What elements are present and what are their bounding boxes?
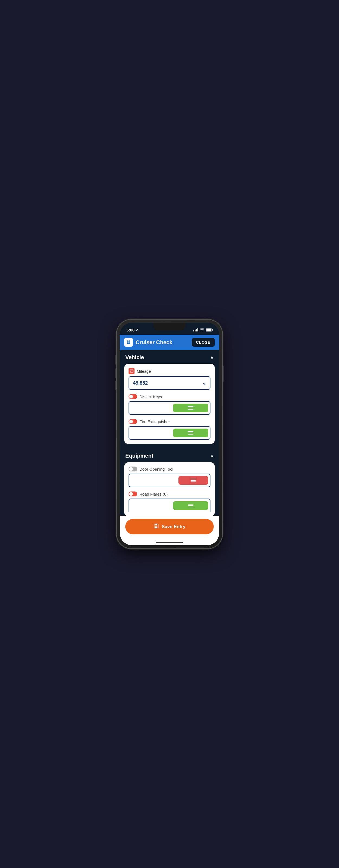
road-flares-label-row: Road Flares (6) [128, 492, 211, 496]
vehicle-chevron-icon: ∧ [210, 354, 214, 361]
time-display: 5:00 [126, 328, 134, 332]
pill-line-2 [188, 505, 193, 506]
mileage-value: 45,852 [133, 380, 148, 386]
status-time: 5:00 ↗ [126, 328, 138, 332]
battery-icon [206, 329, 213, 332]
vehicle-section-title: Vehicle [125, 354, 144, 361]
pill-line-3 [188, 507, 193, 507]
road-flares-label: Road Flares (6) [140, 492, 167, 496]
road-flares-status-pill [173, 501, 208, 510]
pill-line-2 [188, 408, 193, 408]
mileage-label: Mileage [137, 369, 151, 373]
pill-line-3 [188, 409, 193, 410]
door-opening-tool-toggle-field[interactable] [128, 474, 211, 487]
pill-line-3 [188, 434, 193, 435]
vehicle-section: Vehicle ∧ [120, 350, 219, 448]
signal-bar-1 [193, 330, 194, 332]
app-content[interactable]: Vehicle ∧ [120, 350, 219, 516]
equipment-card: Door Opening Tool [124, 462, 215, 516]
fire-extinguisher-label: Fire Extinguisher [140, 420, 170, 424]
pill-line-3 [191, 482, 196, 482]
equipment-section: Equipment ∧ Door Opening Tool [120, 448, 219, 516]
mileage-label-row: Mileage [128, 368, 211, 374]
fire-extinguisher-toggle-field[interactable] [128, 426, 211, 440]
district-keys-label-row: District Keys [128, 394, 211, 399]
status-icons [193, 328, 213, 332]
app-title: Cruiser Check [135, 339, 173, 346]
mileage-icon [128, 368, 134, 374]
svg-rect-13 [155, 524, 157, 526]
phone-screen: 5:00 ↗ [120, 323, 219, 545]
signal-icon [193, 328, 198, 332]
door-tool-pill-lines [191, 479, 196, 482]
equipment-section-title: Equipment [125, 453, 153, 459]
home-bar [156, 542, 183, 543]
header-left: Cruiser Check [124, 338, 173, 347]
fire-extinguisher-pill-lines [188, 431, 193, 435]
vehicle-section-header[interactable]: Vehicle ∧ [124, 354, 215, 361]
fire-extinguisher-toggle[interactable] [128, 419, 137, 424]
app-header: Cruiser Check CLOSE [120, 335, 219, 350]
phone-frame: 5:00 ↗ [117, 319, 222, 549]
fire-extinguisher-status-pill [173, 429, 208, 437]
save-bar: Save Entry [120, 516, 219, 540]
road-flares-toggle[interactable] [128, 492, 137, 496]
equipment-section-header[interactable]: Equipment ∧ [124, 453, 215, 459]
district-keys-label: District Keys [140, 394, 162, 399]
pill-line-1 [188, 431, 193, 432]
pill-line-1 [191, 479, 196, 479]
svg-rect-14 [155, 527, 157, 528]
close-button[interactable]: CLOSE [192, 338, 215, 347]
svg-rect-9 [132, 369, 132, 370]
pill-line-1 [188, 504, 193, 504]
svg-rect-3 [128, 340, 130, 341]
save-entry-label: Save Entry [162, 524, 185, 529]
road-flares-pill-lines [188, 504, 193, 507]
door-opening-tool-label: Door Opening Tool [140, 467, 173, 471]
mileage-dropdown[interactable]: 45,852 ⌄ [128, 376, 211, 390]
door-opening-tool-toggle[interactable] [128, 467, 137, 471]
road-flares-toggle-field[interactable] [128, 499, 211, 512]
district-keys-field: District Keys [128, 394, 211, 415]
clipboard-icon [124, 338, 133, 347]
door-tool-label-row: Door Opening Tool [128, 467, 211, 471]
fire-extinguisher-field: Fire Extinguisher [128, 419, 211, 440]
pill-line-2 [191, 480, 196, 480]
mileage-chevron-icon: ⌄ [202, 380, 206, 386]
svg-rect-7 [130, 370, 133, 372]
district-keys-toggle-field[interactable] [128, 401, 211, 415]
pill-line-2 [188, 433, 193, 433]
district-keys-status-pill [173, 404, 208, 412]
road-flares-field: Road Flares (6) [128, 492, 211, 512]
wifi-icon [200, 328, 204, 332]
vehicle-card: Mileage 45,852 ⌄ District Keys [124, 364, 215, 444]
save-entry-button[interactable]: Save Entry [125, 519, 214, 534]
save-icon [154, 523, 159, 530]
signal-bar-3 [196, 329, 197, 332]
door-opening-tool-field: Door Opening Tool [128, 467, 211, 487]
district-keys-pill-lines [188, 406, 193, 410]
mileage-field: Mileage 45,852 ⌄ [128, 368, 211, 390]
svg-rect-8 [131, 369, 131, 370]
district-keys-toggle[interactable] [128, 394, 137, 399]
signal-bar-4 [197, 328, 198, 332]
notch [153, 323, 186, 330]
fire-extinguisher-label-row: Fire Extinguisher [128, 419, 211, 424]
equipment-chevron-icon: ∧ [210, 453, 214, 459]
door-opening-tool-status-pill [179, 476, 208, 485]
home-indicator[interactable] [120, 540, 219, 545]
pill-line-1 [188, 406, 193, 407]
signal-bar-2 [195, 330, 195, 332]
location-icon: ↗ [135, 328, 138, 332]
